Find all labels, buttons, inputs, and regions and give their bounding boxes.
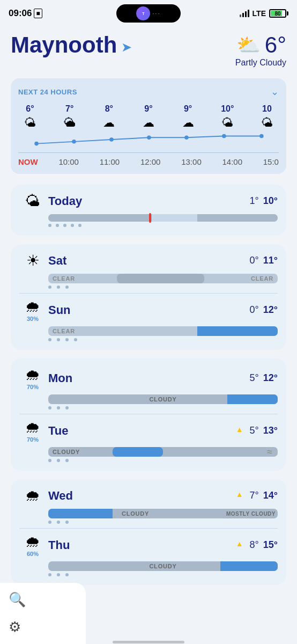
thu-rain-dots xyxy=(48,573,278,576)
sat-rain-dots xyxy=(48,286,278,289)
card-title: NEXT 24 HOURS xyxy=(18,88,77,96)
sat-label: Sat xyxy=(48,254,250,268)
hourly-item: 10 🌤 xyxy=(255,104,279,130)
battery-level: 80 xyxy=(270,11,285,17)
next-24-card: NEXT 24 HOURS ⌄ 6° 🌤 7° 🌥 8° ☁ 9° xyxy=(11,78,286,174)
wed-label: Wed xyxy=(48,489,236,503)
hourly-item: 10° 🌤 xyxy=(216,104,239,130)
svg-point-2 xyxy=(109,137,114,142)
current-condition: Partly Cloudy xyxy=(235,58,286,68)
sat-temps: 0° 11° xyxy=(250,255,278,266)
signal-icon xyxy=(240,10,249,17)
time-label: 15:0 xyxy=(263,157,279,166)
time-label: 10:00 xyxy=(58,157,79,166)
hourly-item: 8° ☁ xyxy=(97,104,121,130)
forecast-row-sun: 🌧 30% Sun 0° 12° xyxy=(19,298,278,322)
hourly-item: 9° ☁ xyxy=(137,104,160,130)
sun-bar: CLEAR xyxy=(48,326,278,336)
hourly-item: 6° 🌤 xyxy=(18,104,42,130)
mon-temps: 5° 12° xyxy=(250,372,278,384)
tue-label: Tue xyxy=(48,424,236,438)
forecast-row-sat: ☀ Sat 0° 11° xyxy=(19,252,278,269)
time-label: 13:00 xyxy=(181,157,202,166)
trend-line xyxy=(18,132,279,148)
city-header: Maynooth ➤ ⛅ 6° Partly Cloudy xyxy=(11,32,286,68)
current-temp: 6° xyxy=(265,32,286,58)
time-now: NOW xyxy=(18,157,38,166)
today-temp-bar xyxy=(48,214,278,222)
time-label: 11:00 xyxy=(100,157,120,166)
settings-button[interactable]: ⚙ xyxy=(9,619,77,635)
forecast-row-mon: 🌧 70% Mon 5° 12° xyxy=(19,366,278,390)
dynamic-island: T ··· xyxy=(116,4,181,23)
mon-label: Mon xyxy=(48,371,250,385)
tue-temps: ▲ 5° 13° xyxy=(236,425,278,436)
hourly-item: 9° ☁ xyxy=(176,104,200,130)
time-label: 14:00 xyxy=(222,157,242,166)
thu-temps: ▲ 8° 15° xyxy=(236,539,278,551)
audio-bars: ··· xyxy=(152,10,160,17)
today-icon: 🌤 xyxy=(19,192,46,210)
svg-point-3 xyxy=(147,135,151,140)
mon-rain-dots xyxy=(48,406,278,409)
time-display: 09:06 xyxy=(9,8,32,19)
home-indicator xyxy=(113,641,184,643)
weekdays-section1: 🌧 70% Mon 5° 12° CLOUDY 🌧 70% xyxy=(11,358,286,471)
chevron-down-icon[interactable]: ⌄ xyxy=(271,86,279,98)
search-button[interactable]: 🔍 xyxy=(9,591,77,608)
wed-bar: CLOUDY MOSTLY CLOUDY xyxy=(48,509,278,518)
thu-icon: 🌧 60% xyxy=(19,533,46,557)
dynamic-island-area: T ··· xyxy=(116,4,181,23)
status-right: LTE 80 xyxy=(240,9,288,18)
svg-point-5 xyxy=(222,134,226,138)
wed-temps: ▲ 7° 14° xyxy=(236,490,278,501)
forecast-row-wed: 🌧 Wed ▲ 7° 14° xyxy=(19,487,278,504)
sun-rain-dots xyxy=(48,338,278,341)
weekdays-section2: 🌧 Wed ▲ 7° 14° CLOUDY MOSTLY CLOUDY 🌧 xyxy=(11,479,286,585)
sun-label: Sun xyxy=(48,303,250,317)
lte-badge: LTE xyxy=(253,9,266,18)
svg-point-1 xyxy=(72,140,76,144)
avatar: T xyxy=(136,6,150,20)
today-section: 🌤 Today 1° 10° xyxy=(11,185,286,236)
tue-rain-dots xyxy=(48,459,278,462)
svg-point-4 xyxy=(184,135,189,140)
today-label: Today xyxy=(48,194,250,208)
bottom-nav: 🔍 ⚙ xyxy=(0,583,86,644)
wed-icon: 🌧 xyxy=(19,487,46,504)
sun-icon: 🌧 30% xyxy=(19,298,46,322)
location-arrow-icon[interactable]: ➤ xyxy=(121,40,132,55)
thu-bar: CLOUDY xyxy=(48,561,278,571)
settings-icon: ⚙ xyxy=(9,619,21,635)
forecast-row-tue: 🌧 70% Tue ▲ 5° 13° xyxy=(19,419,278,443)
current-weather: ⛅ 6° Partly Cloudy xyxy=(235,32,286,68)
today-temps: 1° 10° xyxy=(250,195,278,207)
battery-indicator: 80 xyxy=(269,9,288,18)
weekend-section: ☀ Sat 0° 11° CLEAR CLEAR 🌧 30% xyxy=(11,244,286,350)
thu-label: Thu xyxy=(48,538,236,552)
sat-icon: ☀ xyxy=(19,252,46,269)
forecast-row-today: 🌤 Today 1° 10° xyxy=(19,192,278,210)
search-icon: 🔍 xyxy=(9,591,26,608)
sat-bar: CLEAR CLEAR xyxy=(48,274,278,283)
svg-point-6 xyxy=(259,134,264,138)
status-time: 09:06 ■ xyxy=(9,8,42,19)
sun-temps: 0° 12° xyxy=(250,304,278,316)
mon-icon: 🌧 70% xyxy=(19,366,46,390)
city-name: Maynooth xyxy=(11,32,117,58)
forecast-row-thu: 🌧 60% Thu ▲ 8° 15° xyxy=(19,533,278,557)
mon-bar: CLOUDY xyxy=(48,394,278,404)
tue-icon: 🌧 70% xyxy=(19,419,46,443)
svg-point-0 xyxy=(34,142,39,146)
time-label: 12:00 xyxy=(140,157,161,166)
sim-icon: ■ xyxy=(34,9,42,18)
rain-dots xyxy=(48,224,278,227)
current-weather-icon: ⛅ xyxy=(236,34,261,56)
status-bar: 09:06 ■ T ··· LTE 80 xyxy=(0,0,297,27)
tue-bar: CLOUDY ≈ xyxy=(48,447,278,457)
wed-rain-dots xyxy=(48,521,278,524)
hourly-item: 7° 🌥 xyxy=(58,104,81,130)
